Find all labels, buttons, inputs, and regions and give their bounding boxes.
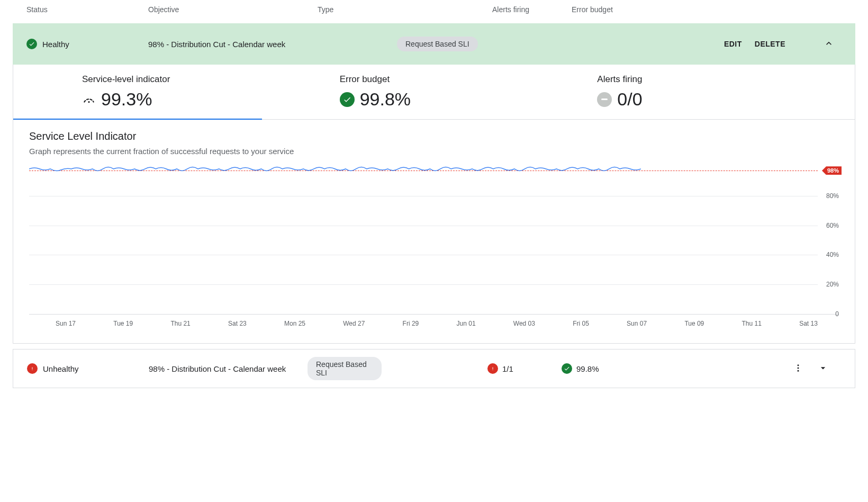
error-circle-icon bbox=[27, 363, 38, 374]
chart-title: Service Level Indicator bbox=[29, 130, 839, 142]
xtick: Fri 29 bbox=[403, 320, 419, 327]
alerts-firing-value: 1/1 bbox=[502, 364, 513, 373]
metric-eb-value: 99.8% bbox=[360, 89, 411, 110]
ytick: 20% bbox=[826, 281, 839, 288]
ytick: 60% bbox=[826, 222, 839, 229]
chart-subtitle: Graph represents the current fraction of… bbox=[29, 147, 839, 156]
metric-af-label: Alerts firing bbox=[597, 74, 855, 85]
xtick: Wed 27 bbox=[343, 320, 365, 327]
svg-point-2 bbox=[798, 367, 799, 369]
ytick: 40% bbox=[826, 251, 839, 258]
check-circle-icon bbox=[26, 39, 37, 49]
col-alerts-firing: Alerts firing bbox=[492, 5, 572, 14]
collapse-button[interactable] bbox=[818, 34, 839, 55]
xtick: Thu 11 bbox=[742, 320, 762, 327]
xtick: Sun 07 bbox=[627, 320, 647, 327]
xtick: Mon 25 bbox=[284, 320, 305, 327]
status-label: Unhealthy bbox=[43, 364, 79, 373]
objective-text: 98% - Distribution Cut - Calendar week bbox=[149, 364, 308, 373]
ytick: 0 bbox=[835, 310, 839, 318]
gauge-icon bbox=[82, 89, 96, 110]
xtick: Tue 19 bbox=[113, 320, 133, 327]
type-chip: Request Based SLI bbox=[308, 357, 382, 380]
metric-af-value: 0/0 bbox=[617, 89, 642, 110]
status-label: Healthy bbox=[42, 40, 69, 49]
col-status: Status bbox=[26, 5, 148, 14]
chart-xaxis: Sun 17 Tue 19 Thu 21 Sat 23 Mon 25 Wed 2… bbox=[29, 315, 839, 333]
objective-text: 98% - Distribution Cut - Calendar week bbox=[148, 40, 318, 49]
col-objective: Objective bbox=[148, 5, 318, 14]
edit-button[interactable]: EDIT bbox=[718, 35, 748, 52]
col-error-budget: Error budget bbox=[572, 5, 651, 14]
xtick: Thu 21 bbox=[170, 320, 190, 327]
check-circle-icon bbox=[562, 363, 572, 374]
svg-point-1 bbox=[798, 364, 799, 366]
metric-eb-label: Error budget bbox=[340, 74, 598, 85]
table-header: Status Objective Type Alerts firing Erro… bbox=[0, 0, 868, 23]
xtick: Tue 09 bbox=[684, 320, 704, 327]
chart-line bbox=[29, 166, 715, 314]
dash-circle-icon bbox=[597, 92, 612, 107]
metric-alerts-firing[interactable]: Alerts firing 0/0 bbox=[597, 74, 855, 110]
xtick: Sat 13 bbox=[799, 320, 818, 327]
xtick: Jun 01 bbox=[457, 320, 476, 327]
sli-chart[interactable]: 80% 60% 40% 20% 0 98% bbox=[29, 166, 839, 315]
col-type: Type bbox=[318, 5, 492, 14]
more-options-button[interactable] bbox=[784, 359, 812, 379]
xtick: Sun 17 bbox=[56, 320, 76, 327]
slo-row-healthy[interactable]: Healthy 98% - Distribution Cut - Calenda… bbox=[13, 23, 855, 65]
check-circle-icon bbox=[340, 92, 355, 107]
xtick: Sat 23 bbox=[228, 320, 247, 327]
error-budget-value: 99.8% bbox=[576, 364, 599, 373]
slo-row-unhealthy[interactable]: Unhealthy 98% - Distribution Cut - Calen… bbox=[13, 349, 855, 388]
threshold-tag: 98% bbox=[822, 166, 842, 175]
error-circle-icon bbox=[487, 363, 498, 374]
metric-error-budget[interactable]: Error budget 99.8% bbox=[340, 74, 598, 110]
delete-button[interactable]: DELETE bbox=[748, 35, 792, 52]
svg-point-0 bbox=[88, 101, 89, 103]
metrics-row: Service-level indicator 99.3% Error budg… bbox=[13, 65, 855, 120]
ytick: 80% bbox=[826, 192, 839, 200]
metric-sli[interactable]: Service-level indicator 99.3% bbox=[82, 74, 340, 110]
xtick: Wed 03 bbox=[513, 320, 535, 327]
metric-sli-value: 99.3% bbox=[101, 89, 152, 110]
type-chip: Request Based SLI bbox=[397, 37, 478, 51]
svg-point-3 bbox=[798, 370, 799, 371]
xtick: Fri 05 bbox=[573, 320, 589, 327]
metric-sli-label: Service-level indicator bbox=[82, 74, 340, 85]
expand-button[interactable] bbox=[812, 358, 834, 379]
